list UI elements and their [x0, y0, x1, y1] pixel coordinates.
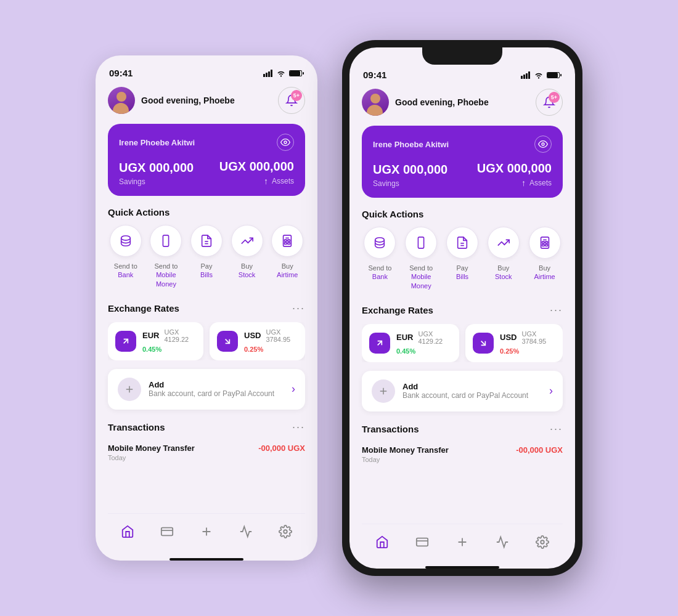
transactions-title-left: Transactions	[108, 422, 165, 432]
mobile-icon	[159, 234, 173, 248]
transactions-header-right: Transactions ···	[362, 423, 563, 436]
svg-line-20	[124, 339, 128, 344]
svg-rect-30	[523, 75, 525, 79]
nav-settings-right[interactable]	[531, 533, 554, 551]
action-pay-bills-right[interactable]: Pay Bills	[444, 227, 481, 290]
savings-amount-left: UGX 000,000	[119, 161, 194, 175]
add-account-right[interactable]: Add Bank account, card or PayPal Account…	[362, 371, 563, 411]
avatar-left	[108, 87, 135, 114]
usd-rate-right: UGX 3784.95	[521, 330, 555, 345]
nav-settings-left[interactable]	[274, 522, 297, 541]
nav-plus-right[interactable]	[451, 533, 474, 551]
svg-rect-7	[303, 72, 304, 75]
eur-currency-left: EUR	[142, 331, 159, 340]
usd-info-right: USD UGX 3784.95 0.25%	[500, 330, 555, 356]
svg-line-50	[481, 341, 486, 346]
transactions-more-left[interactable]: ···	[292, 421, 305, 434]
exchange-card-eur-left[interactable]: EUR UGX 4129.22 0.45%	[108, 322, 203, 360]
assets-amount-left: UGX 000,000	[219, 160, 294, 174]
exchange-card-eur-right[interactable]: EUR UGX 4129.22 0.45%	[362, 324, 459, 362]
mobile-icon-right	[414, 236, 428, 249]
eur-rate-right: UGX 4129.22	[418, 330, 452, 345]
bell-button-left[interactable]: 5+	[278, 87, 305, 114]
nav-home-right[interactable]	[370, 533, 394, 551]
status-icons-left	[263, 70, 304, 77]
exchange-more-left[interactable]: ···	[292, 302, 305, 315]
arrow-up-right-icon	[121, 336, 131, 346]
notch	[422, 47, 502, 65]
tx-item-right: Mobile Money Transfer Today -00,000 UGX	[362, 443, 563, 466]
arrow-down-right-icon	[223, 336, 232, 346]
action-buy-stock-right[interactable]: Buy Stock	[485, 227, 521, 290]
action-send-mobile-left[interactable]: Send to Mobile Money	[149, 225, 184, 288]
nav-home-left[interactable]	[116, 522, 139, 541]
action-buy-stock-left[interactable]: Buy Stock	[229, 225, 265, 288]
exchange-card-usd-left[interactable]: USD UGX 3784.95 0.25%	[210, 322, 305, 360]
eur-info-right: EUR UGX 4129.22 0.45%	[396, 330, 452, 356]
action-label-mobile-right: Send to Mobile Money	[403, 264, 439, 290]
nav-card-left[interactable]	[155, 522, 179, 541]
action-label-stock-left: Buy Stock	[239, 262, 256, 280]
exchange-row-left: EUR UGX 4129.22 0.45% USD UGX 3784.95 0.…	[108, 322, 305, 360]
eye-button-left[interactable]	[277, 134, 294, 151]
eur-currency-right: EUR	[396, 333, 413, 342]
svg-rect-2	[268, 71, 270, 77]
action-pay-bills-left[interactable]: Pay Bills	[189, 225, 224, 288]
add-account-left[interactable]: Add Bank account, card or PayPal Account…	[108, 369, 305, 410]
activity-nav-icon	[239, 525, 253, 538]
svg-rect-39	[419, 237, 424, 248]
avatar-right	[362, 89, 389, 116]
svg-point-28	[284, 530, 287, 533]
arrow-up-right-icon-right	[375, 338, 385, 348]
svg-rect-29	[521, 76, 523, 79]
home-indicator-right	[425, 566, 499, 569]
quick-actions-header-right: Quick Actions	[362, 209, 563, 219]
bank-icon	[119, 234, 133, 248]
phone-frame-content: 09:41	[349, 65, 575, 569]
svg-rect-3	[271, 70, 272, 77]
eye-button-right[interactable]	[534, 136, 552, 153]
nav-activity-right[interactable]	[491, 533, 514, 551]
action-send-mobile-right[interactable]: Send to Mobile Money	[403, 227, 439, 290]
phone-frame-right: 09:41	[342, 40, 582, 576]
activity-nav-icon-right	[496, 535, 509, 549]
nav-card-right[interactable]	[410, 533, 434, 551]
header-left-group-right: Good evening, Phoebe	[362, 89, 489, 116]
nav-plus-left[interactable]	[195, 522, 218, 541]
quick-actions-title-right: Quick Actions	[362, 209, 423, 219]
action-label-stock-right: Buy Stock	[495, 264, 512, 282]
quick-actions-row-right: Send to Bank Send to Mobile Money Pay Bi…	[362, 227, 563, 290]
eur-arrow-left	[115, 331, 136, 352]
action-circle-bills-right	[446, 227, 478, 259]
bell-button-right[interactable]: 5+	[536, 89, 563, 116]
home-nav-icon	[121, 525, 134, 538]
settings-nav-icon-right	[536, 535, 549, 549]
usd-change-right: 0.25%	[500, 347, 519, 355]
nav-activity-left[interactable]	[234, 522, 258, 541]
transactions-section-right: Transactions ··· Mobile Money Transfer T…	[362, 423, 563, 466]
svg-rect-1	[266, 73, 268, 77]
svg-rect-16	[285, 240, 287, 241]
transactions-title-right: Transactions	[362, 424, 419, 434]
action-label-airtime-left: Buy Airtime	[277, 262, 298, 280]
action-buy-airtime-right[interactable]: Buy Airtime	[526, 227, 563, 290]
transactions-more-right[interactable]: ···	[550, 423, 563, 436]
usd-currency-right: USD	[500, 333, 517, 342]
bottom-nav-left	[108, 513, 305, 553]
savings-amount-right: UGX 000,000	[373, 163, 447, 177]
action-send-bank-right[interactable]: Send to Bank	[362, 227, 398, 290]
eye-icon-right	[538, 139, 548, 149]
tx-name-right: Mobile Money Transfer	[362, 445, 449, 455]
svg-point-57	[541, 540, 545, 544]
header-left-group: Good evening, Phoebe	[108, 87, 235, 114]
exchange-card-usd-right[interactable]: USD UGX 3784.95 0.25%	[465, 324, 563, 362]
svg-point-9	[121, 236, 130, 240]
exchange-more-right[interactable]: ···	[550, 304, 563, 317]
tx-amount-left: -00,000 UGX	[258, 444, 305, 453]
svg-rect-18	[285, 243, 287, 245]
svg-rect-46	[545, 241, 547, 243]
action-buy-airtime-left[interactable]: Buy Airtime	[269, 225, 305, 288]
card-name-left: Irene Phoebe Akitwi	[119, 138, 195, 147]
add-text-left: Add Bank account, card or PayPal Account	[149, 380, 284, 398]
action-send-bank-left[interactable]: Send to Bank	[108, 225, 144, 288]
